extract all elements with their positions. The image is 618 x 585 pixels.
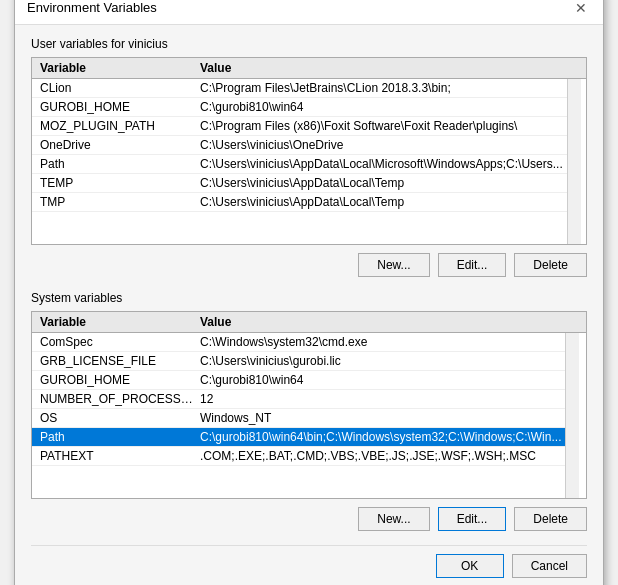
table-row[interactable]: MOZ_PLUGIN_PATHC:\Program Files (x86)\Fo…	[32, 117, 567, 136]
system-delete-button[interactable]: Delete	[514, 507, 587, 531]
system-table-wrapper: ComSpecC:\Windows\system32\cmd.exeGRB_LI…	[32, 333, 586, 498]
title-bar: Environment Variables ✕	[15, 0, 603, 25]
system-new-button[interactable]: New...	[358, 507, 429, 531]
var-cell: Path	[36, 430, 196, 444]
val-cell: C:\Users\vinicius\AppData\Local\Temp	[196, 176, 563, 190]
system-scrollbar[interactable]	[565, 333, 579, 498]
var-cell: ComSpec	[36, 335, 196, 349]
table-row[interactable]: GUROBI_HOMEC:\gurobi810\win64	[32, 98, 567, 117]
val-cell: C:\Windows\system32\cmd.exe	[196, 335, 561, 349]
system-variables-table: Variable Value ComSpecC:\Windows\system3…	[31, 311, 587, 499]
val-cell: C:\Users\vinicius\AppData\Local\Temp	[196, 195, 563, 209]
cancel-button[interactable]: Cancel	[512, 554, 587, 578]
table-row[interactable]: ComSpecC:\Windows\system32\cmd.exe	[32, 333, 565, 352]
environment-variables-dialog: Environment Variables ✕ User variables f…	[14, 0, 604, 585]
var-cell: Path	[36, 157, 196, 171]
var-cell: CLion	[36, 81, 196, 95]
table-row[interactable]: NUMBER_OF_PROCESSORS12	[32, 390, 565, 409]
table-row[interactable]: OneDriveC:\Users\vinicius\OneDrive	[32, 136, 567, 155]
val-cell: 12	[196, 392, 561, 406]
close-button[interactable]: ✕	[571, 0, 591, 16]
user-table-header: Variable Value	[32, 58, 586, 79]
table-row[interactable]: PATHEXT.COM;.EXE;.BAT;.CMD;.VBS;.VBE;.JS…	[32, 447, 565, 466]
dialog-body: User variables for vinicius Variable Val…	[15, 25, 603, 586]
var-cell: TMP	[36, 195, 196, 209]
table-row[interactable]: GUROBI_HOMEC:\gurobi810\win64	[32, 371, 565, 390]
val-cell: C:\gurobi810\win64\bin;C:\Windows\system…	[196, 430, 561, 444]
user-new-button[interactable]: New...	[358, 253, 429, 277]
var-cell: NUMBER_OF_PROCESSORS	[36, 392, 196, 406]
var-cell: GUROBI_HOME	[36, 100, 196, 114]
user-header-value: Value	[196, 61, 582, 75]
val-cell: Windows_NT	[196, 411, 561, 425]
dialog-title: Environment Variables	[27, 0, 157, 15]
footer-buttons: OK Cancel	[31, 545, 587, 582]
var-cell: MOZ_PLUGIN_PATH	[36, 119, 196, 133]
system-edit-button[interactable]: Edit...	[438, 507, 507, 531]
user-variables-table: Variable Value CLionC:\Program Files\Jet…	[31, 57, 587, 245]
table-row[interactable]: PathC:\gurobi810\win64\bin;C:\Windows\sy…	[32, 428, 565, 447]
val-cell: .COM;.EXE;.BAT;.CMD;.VBS;.VBE;.JS;.JSE;.…	[196, 449, 561, 463]
var-cell: TEMP	[36, 176, 196, 190]
table-row[interactable]: GRB_LICENSE_FILEC:\Users\vinicius\gurobi…	[32, 352, 565, 371]
table-row[interactable]: TEMPC:\Users\vinicius\AppData\Local\Temp	[32, 174, 567, 193]
ok-button[interactable]: OK	[436, 554, 504, 578]
val-cell: C:\Users\vinicius\AppData\Local\Microsof…	[196, 157, 563, 171]
var-cell: PATHEXT	[36, 449, 196, 463]
system-section-label: System variables	[31, 291, 587, 305]
var-cell: OneDrive	[36, 138, 196, 152]
val-cell: C:\gurobi810\win64	[196, 100, 563, 114]
table-row[interactable]: PathC:\Users\vinicius\AppData\Local\Micr…	[32, 155, 567, 174]
table-row[interactable]: TMPC:\Users\vinicius\AppData\Local\Temp	[32, 193, 567, 212]
user-section-label: User variables for vinicius	[31, 37, 587, 51]
system-table-scroll[interactable]: ComSpecC:\Windows\system32\cmd.exeGRB_LI…	[32, 333, 565, 498]
user-edit-button[interactable]: Edit...	[438, 253, 507, 277]
user-table-scroll[interactable]: CLionC:\Program Files\JetBrains\CLion 20…	[32, 79, 567, 244]
val-cell: C:\Program Files (x86)\Foxit Software\Fo…	[196, 119, 563, 133]
system-table-header: Variable Value	[32, 312, 586, 333]
val-cell: C:\Program Files\JetBrains\CLion 2018.3.…	[196, 81, 563, 95]
user-buttons-row: New... Edit... Delete	[31, 253, 587, 277]
user-table-wrapper: CLionC:\Program Files\JetBrains\CLion 20…	[32, 79, 586, 244]
var-cell: GRB_LICENSE_FILE	[36, 354, 196, 368]
user-delete-button[interactable]: Delete	[514, 253, 587, 277]
user-header-variable: Variable	[36, 61, 196, 75]
val-cell: C:\Users\vinicius\OneDrive	[196, 138, 563, 152]
system-header-variable: Variable	[36, 315, 196, 329]
system-buttons-row: New... Edit... Delete	[31, 507, 587, 531]
var-cell: OS	[36, 411, 196, 425]
val-cell: C:\Users\vinicius\gurobi.lic	[196, 354, 561, 368]
user-scrollbar[interactable]	[567, 79, 581, 244]
system-header-value: Value	[196, 315, 582, 329]
table-row[interactable]: OSWindows_NT	[32, 409, 565, 428]
table-row[interactable]: CLionC:\Program Files\JetBrains\CLion 20…	[32, 79, 567, 98]
var-cell: GUROBI_HOME	[36, 373, 196, 387]
val-cell: C:\gurobi810\win64	[196, 373, 561, 387]
